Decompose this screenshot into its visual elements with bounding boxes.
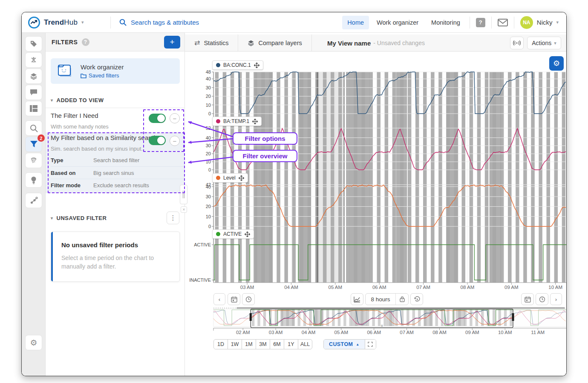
panel-close-button[interactable]: ×	[181, 206, 187, 213]
chart-settings-button[interactable]: ⚙	[549, 56, 564, 71]
user-menu[interactable]: NA Nicky ▾	[514, 16, 567, 29]
comment-icon	[30, 89, 37, 96]
left-icon-rail: 2 ⚙	[22, 33, 46, 376]
annotation-label-filter-options: Filter options	[233, 132, 297, 145]
mail-icon[interactable]	[498, 19, 508, 26]
work-organizer-title: Work organizer	[81, 63, 124, 71]
detail-row-type: Type Search based filter	[51, 154, 185, 166]
add-filter-button[interactable]: +	[164, 36, 180, 49]
empty-state-title: No unsaved filter periods	[61, 241, 171, 249]
brand[interactable]: TrendHub ▾	[22, 17, 110, 29]
rail-dashboard-button[interactable]	[25, 101, 42, 116]
remove-filter-button[interactable]: −	[170, 113, 180, 123]
help-icon[interactable]: ?	[476, 18, 485, 27]
node-graph-icon	[30, 197, 38, 205]
no-unsaved-filters-card: No unsaved filter periods Select a time …	[51, 232, 180, 282]
filter-item-2[interactable]: My Filter based on a Similarity search S…	[46, 132, 185, 152]
filter-enabled-toggle[interactable]	[149, 136, 166, 145]
dashboard-icon	[30, 105, 37, 112]
user-name: Nicky	[537, 19, 553, 26]
filter-enabled-toggle[interactable]	[149, 114, 166, 123]
rail-formulas-button[interactable]	[25, 52, 42, 68]
filter-item-subtitle: With some handy notes	[51, 123, 109, 130]
saved-filters-link[interactable]: Saved filters	[81, 72, 124, 79]
divider	[46, 108, 185, 108]
move-icon[interactable]	[254, 63, 259, 68]
collapse-chevron-icon: ▾	[51, 216, 53, 220]
rail-fingerprint-button[interactable]	[25, 153, 42, 168]
detail-row-filter-mode: Filter mode Exclude search results	[51, 179, 185, 191]
nav-monitoring[interactable]: Monitoring	[426, 16, 465, 29]
nav-home[interactable]: Home	[342, 16, 369, 29]
user-chevron-down-icon: ▾	[556, 20, 559, 25]
rail-filters-button[interactable]: 2	[25, 137, 42, 152]
added-to-view-header[interactable]: ▾ ADDED TO VIEW	[51, 97, 104, 103]
rail-search-button[interactable]	[25, 120, 42, 136]
work-organizer-card[interactable]: Work organizer Saved filters	[51, 58, 180, 84]
layers-icon	[30, 72, 37, 80]
series-color-dot	[216, 232, 220, 236]
filters-panel: FILTERS ? + Work organizer Saved filters	[46, 33, 185, 376]
rail-tags-button[interactable]	[25, 36, 42, 51]
filter-count-badge: 2	[37, 134, 45, 142]
filter-item-title: The Filter I Need	[51, 112, 98, 119]
top-bar: TrendHub ▾ Search tags & attributes Home…	[22, 12, 567, 33]
filter-funnel-icon	[30, 140, 38, 148]
panel-title: FILTERS	[52, 39, 78, 46]
filters-panel-header: FILTERS ? +	[46, 33, 184, 51]
window-handle-left[interactable]	[250, 313, 252, 321]
search-icon	[30, 124, 38, 132]
tag-icon	[30, 40, 37, 48]
empty-state-text: Select a time period on the chart to man…	[61, 254, 171, 271]
formula-icon	[30, 56, 37, 64]
detail-row-based-on: Based on Big search sinus	[51, 166, 185, 179]
filter-item-subtitle: Sim. search based on my sinus input.	[51, 146, 143, 152]
rail-recommendations-button[interactable]	[25, 172, 42, 188]
folder-illustration-icon	[57, 63, 75, 79]
brand-chevron-down-icon[interactable]: ▾	[81, 20, 84, 25]
search-input[interactable]: Search tags & attributes	[131, 19, 199, 26]
move-icon[interactable]	[239, 175, 244, 181]
unsaved-filter-menu-button[interactable]: ⋮	[167, 212, 179, 224]
panel-resize-handle[interactable]	[180, 185, 187, 204]
gear-icon: ⚙	[30, 338, 37, 348]
move-icon[interactable]	[245, 232, 250, 237]
rail-settings-button[interactable]: ⚙	[25, 335, 42, 350]
app-window: TrendHub ▾ Search tags & attributes Home…	[21, 12, 567, 376]
rail-comments-button[interactable]	[25, 85, 42, 100]
top-nav: Home Work organizer Monitoring	[342, 16, 465, 29]
nav-work-organizer[interactable]: Work organizer	[372, 16, 424, 29]
lightbulb-icon	[31, 176, 37, 184]
overview-strip[interactable]: II	[185, 34, 567, 376]
filter-details: Type Search based filter Based on Big se…	[46, 152, 185, 193]
series-color-dot	[216, 119, 220, 123]
filter-item-1[interactable]: The Filter I Need With some handy notes …	[46, 109, 185, 132]
series-color-dot	[216, 63, 220, 67]
series-color-dot	[216, 176, 220, 180]
rail-context-items-button[interactable]	[25, 193, 42, 208]
move-icon[interactable]	[252, 119, 258, 124]
avatar: NA	[520, 16, 533, 29]
remove-filter-button[interactable]: −	[170, 136, 180, 146]
search-icon	[119, 19, 127, 26]
filter-item-title: My Filter based on a Similarity search	[51, 134, 157, 141]
legend-chip-active[interactable]: ACTIVE	[212, 229, 254, 239]
trendhub-logo-icon	[28, 17, 40, 29]
window-handle-right[interactable]	[512, 313, 514, 321]
rail-layers-button[interactable]	[25, 69, 42, 84]
fingerprint-icon	[30, 157, 37, 164]
global-search[interactable]: Search tags & attributes	[111, 19, 342, 26]
unsaved-filter-header[interactable]: ▾ UNSAVED FILTER	[51, 215, 107, 221]
folder-icon	[81, 73, 86, 78]
chart-area[interactable]: ⇄ Statistics Compare layers My View name…	[185, 34, 567, 376]
collapse-chevron-icon: ▾	[51, 98, 53, 103]
panel-help-icon[interactable]: ?	[82, 38, 89, 46]
annotation-label-filter-overview: Filter overview	[233, 150, 297, 162]
legend-chip-temp[interactable]: BA:TEMP.1	[212, 117, 262, 126]
legend-chip-conc[interactable]: BA:CONC.1	[212, 60, 263, 70]
brand-name: TrendHub	[44, 18, 78, 27]
legend-chip-level[interactable]: Level	[212, 173, 248, 183]
window-grip[interactable]: II	[381, 324, 383, 328]
